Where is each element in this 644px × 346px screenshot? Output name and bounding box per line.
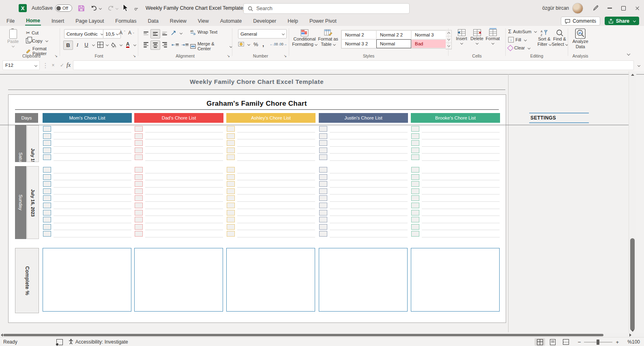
header-mom[interactable]: Mom's Chore List [43,113,132,123]
chore-checkbox[interactable] [43,188,51,194]
checkbox-strip[interactable] [319,166,327,239]
chore-checkbox[interactable] [43,224,51,230]
decrease-indent-button[interactable]: ⇤ [171,41,180,49]
comma-style-button[interactable]: , [262,41,264,47]
chore-checkbox[interactable] [135,181,143,187]
clear-button[interactable]: Clear [508,45,530,50]
chore-checkbox[interactable] [319,210,327,216]
chore-checkbox[interactable] [227,133,235,139]
chore-checkbox[interactable] [227,140,235,146]
chore-checkbox[interactable] [43,174,51,180]
chore-checkbox[interactable] [43,133,51,139]
middle-align-button[interactable] [150,29,160,38]
alignment-dialog-launcher[interactable]: ↘ [227,54,230,58]
chore-checkbox[interactable] [319,147,327,153]
checkbox-strip[interactable] [319,125,327,162]
checkbox-strip[interactable] [43,166,51,239]
scroll-down-icon[interactable] [631,330,634,332]
page-layout-view-button[interactable] [547,338,558,346]
chore-lines[interactable] [422,125,500,161]
horizontal-scroll-thumb[interactable] [3,334,603,336]
chore-checkbox[interactable] [135,224,143,230]
chore-checkbox[interactable] [411,231,419,237]
chore-checkbox[interactable] [227,174,235,180]
chore-checkbox[interactable] [135,167,143,173]
scroll-up-icon[interactable] [631,74,634,76]
tab-review[interactable]: Review [169,17,187,25]
tab-power-pivot[interactable]: Power Pivot [309,17,337,25]
chore-lines[interactable] [54,125,131,161]
style-normal[interactable]: Normal [376,39,411,48]
bottom-align-button[interactable] [160,29,169,38]
search-input[interactable]: Search [243,3,410,14]
chore-checkbox[interactable] [319,195,327,201]
chore-checkbox[interactable] [319,217,327,222]
fill-button[interactable]: ↓ Fill [508,37,526,43]
document-title[interactable]: Weekly Family Chore Chart Excel Template… [146,5,252,11]
copy-button[interactable]: Copy [26,38,48,43]
borders-button[interactable] [96,41,105,49]
chore-checkbox[interactable] [135,195,143,201]
normal-view-button[interactable] [535,338,545,346]
chore-checkbox[interactable] [135,154,143,160]
scroll-left-icon[interactable] [1,333,3,337]
tab-insert[interactable]: Insert [51,17,65,25]
redo-button[interactable] [107,5,118,11]
record-macro-icon[interactable] [56,339,63,345]
chore-lines[interactable] [54,166,131,238]
share-button[interactable]: Share [605,17,639,25]
chore-checkbox[interactable] [227,217,235,222]
chore-checkbox[interactable] [411,203,419,208]
chore-checkbox[interactable] [227,231,235,237]
chore-checkbox[interactable] [227,203,235,208]
chore-checkbox[interactable] [319,181,327,187]
underline-button[interactable]: U [82,41,91,49]
format-cells-button[interactable]: Format [485,29,500,44]
font-color-chevron-icon[interactable] [133,43,136,46]
conditional-formatting-button[interactable]: ConditionalFormatting [294,29,315,47]
worksheet[interactable]: Weekly Family Chore Chart Excel Template… [0,71,644,333]
comments-button[interactable]: Comments [561,17,600,26]
checkbox-strip[interactable] [227,166,235,239]
restore-button[interactable] [616,3,630,13]
checkbox-strip[interactable] [227,125,235,162]
chore-checkbox[interactable] [43,140,51,146]
increase-indent-button[interactable]: ⇥ [180,41,189,49]
chore-lines[interactable] [145,125,223,161]
align-left-button[interactable] [142,41,150,49]
complete-percent-box[interactable] [226,248,315,312]
delete-cells-button[interactable]: ✕ Delete [470,29,484,44]
chore-lines[interactable] [330,166,408,238]
tab-automate[interactable]: Automate [219,17,243,25]
cancel-icon[interactable]: × [49,62,58,68]
chore-checkbox[interactable] [411,174,419,180]
chore-checkbox[interactable] [411,154,419,160]
chore-checkbox[interactable] [319,188,327,194]
tab-page-layout[interactable]: Page Layout [75,17,105,25]
chore-checkbox[interactable] [319,140,327,146]
increase-decimal-button[interactable]: ←.00 [270,42,278,46]
qat-customize-button[interactable] [135,6,137,10]
user-name[interactable]: özgür bircan [542,5,569,11]
pen-input-mode-icon[interactable] [589,3,603,13]
chore-checkbox[interactable] [227,154,235,160]
checkbox-strip[interactable] [43,125,51,162]
accessibility-icon[interactable] [69,339,73,346]
chore-lines[interactable] [237,166,315,238]
chore-checkbox[interactable] [135,217,143,222]
style-normal-2[interactable]: Normal 2 [341,30,376,39]
save-button[interactable] [78,5,85,12]
autosum-button[interactable]: Σ AutoSum [508,28,537,34]
borders-chevron-icon[interactable] [106,43,109,46]
chore-checkbox[interactable] [411,188,419,194]
style-bad[interactable]: Bad [411,39,446,48]
chore-checkbox[interactable] [43,181,51,187]
chore-checkbox[interactable] [135,231,143,237]
style-normal-3[interactable]: Normal 3 [411,30,446,39]
orientation-button[interactable] [171,30,182,36]
checkbox-strip[interactable] [411,166,419,239]
chore-checkbox[interactable] [227,195,235,201]
enter-icon[interactable]: ✓ [58,62,67,68]
chore-checkbox[interactable] [43,126,51,132]
header-days[interactable]: Days [15,113,38,123]
